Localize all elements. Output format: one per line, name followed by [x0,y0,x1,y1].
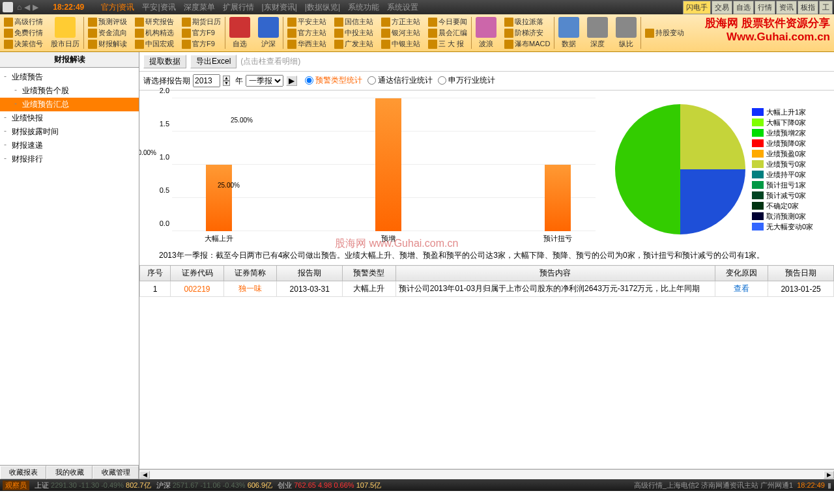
toolbar-item[interactable]: 机构精选 [134,27,175,38]
toolbar-item[interactable]: 中银主站 [380,38,422,49]
col-header[interactable]: 预告内容 [395,266,715,281]
menu-item[interactable]: 扩展行情 [219,3,258,12]
menu-item[interactable]: 官方|资讯 [97,3,138,12]
sidebar-btn[interactable]: 收藏管理 [93,466,139,479]
toolbar-item[interactable]: 研究报告 [134,16,175,27]
menu-item[interactable]: 平安|资讯 [138,3,179,12]
period-select[interactable]: 一季报 [246,75,283,87]
tb-hs[interactable]: 沪深 [254,14,283,51]
col-header[interactable]: 序号 [140,266,171,281]
toolbar-item[interactable]: 官方F9 [180,38,222,49]
radio-opt[interactable]: 申万行业统计 [438,75,495,86]
go-button[interactable]: ▶ [286,76,297,86]
tab-工[interactable]: 工 [819,1,833,14]
year-input[interactable] [193,74,220,87]
legend-swatch [752,129,764,137]
view-link[interactable]: 查看 [715,281,768,297]
tb-data[interactable]: 数据 [554,14,583,51]
toolbar-item[interactable]: 预测评级 [87,16,128,27]
export-button[interactable]: 导出Excel [190,55,237,68]
tree-item[interactable]: 业绩预告个股 [0,84,139,98]
tab-资讯[interactable]: 资讯 [776,1,797,14]
home-icon[interactable]: ⌂ [17,3,22,12]
app-icon[interactable] [3,2,13,12]
toolbar-item[interactable]: 官方F9 [180,27,222,38]
toolbar-item[interactable]: 财报解读 [87,38,128,49]
tab-闪电手[interactable]: 闪电手 [683,1,711,14]
toolbar-item[interactable]: 官方主站 [286,27,328,38]
tab-板指[interactable]: 板指 [798,1,818,14]
toolbar-item[interactable]: 平安主站 [286,16,328,27]
col-header[interactable]: 证券代码 [171,266,224,281]
radio-opt[interactable]: 通达信行业统计 [367,75,433,86]
toolbar-item[interactable]: 中国宏观 [134,38,175,49]
toolbar-item[interactable]: 资金流向 [87,27,128,38]
sidebar-btn[interactable]: 我的收藏 [46,466,93,479]
menu-item[interactable]: 深度菜单 [180,3,219,12]
toolbar-item[interactable]: 决策信号 [3,38,44,49]
toolbar-item[interactable]: 期货日历 [180,16,222,27]
toolbar-item[interactable]: 免费行情 [3,27,44,38]
toolbar-item[interactable]: 瀑布MACD [503,38,551,49]
tb-wave[interactable]: 波浪 [472,14,500,51]
toolbar-item[interactable]: 方正主站 [380,16,422,27]
tb-compare[interactable]: 纵比 [612,14,640,51]
year-up-icon[interactable]: ▲ [223,76,230,81]
tree-item[interactable]: 业绩快报 [0,111,139,125]
tree-item[interactable]: 业绩预告 [0,70,139,84]
col-header[interactable]: 变化原因 [715,266,768,281]
index-ticker[interactable]: 沪深 2571.67 -11.06 -0.43% 606.9亿 [156,481,273,489]
tab-自选[interactable]: 自选 [733,1,754,14]
radio-opt[interactable]: 预警类型统计 [305,75,362,86]
tab-行情[interactable]: 行情 [755,1,775,14]
col-header[interactable]: 证券简称 [223,266,277,281]
index-ticker[interactable]: 上证 2291.30 -11.30 -0.49% 802.7亿 [35,481,151,489]
table-row[interactable]: 1002219独一味2013-03-31大幅上升预计公司2013年01-03月归… [140,281,834,297]
tab-交易[interactable]: 交易 [712,1,732,14]
toolbar-item[interactable]: 高级行情 [3,16,44,27]
h-scrollbar[interactable]: ◀▶ [139,469,834,479]
tb-self[interactable]: 自选 [225,14,254,51]
back-icon[interactable]: ◀ [24,3,30,12]
toolbar-item[interactable]: 晨会汇编 [427,27,468,38]
toolbar-item[interactable]: 阶梯济安 [503,27,551,38]
toolbar-icon [182,29,191,38]
observer-badge[interactable]: 观察员 [3,481,29,490]
bar[interactable] [206,165,232,231]
toolbar-item[interactable]: 中投主站 [333,27,375,38]
legend-item: 业绩预增2家 [752,128,813,138]
bar[interactable] [545,165,571,231]
year-down-icon[interactable]: ▼ [223,81,230,86]
toolbar-item[interactable]: 华西主站 [286,38,328,49]
tb-calendar[interactable]: 股市日历 [47,14,83,51]
tb-holding[interactable]: 持股变动 [644,27,685,38]
menu-item[interactable]: |数据纵览| [301,3,344,12]
menu-item[interactable]: |东财资讯| [258,3,301,12]
toolbar-icon [4,18,13,27]
col-header[interactable]: 报告期 [277,266,343,281]
bar-chart[interactable]: 0.00.51.01.52.0大幅上升预增预计扭亏 [146,94,602,244]
toolbar-icon [287,29,296,38]
tree-item[interactable]: 财报排行 [0,152,139,166]
col-header[interactable]: 预告日期 [768,266,834,281]
status-bar: 观察员 上证 2291.30 -11.30 -0.49% 802.7亿沪深 25… [0,479,834,491]
tree-item[interactable]: 业绩预告汇总 [0,98,139,111]
tb-depth[interactable]: 深度 [583,14,612,51]
toolbar-item[interactable]: 吸拉派落 [503,16,551,27]
tree-item[interactable]: 财报披露时间 [0,125,139,139]
toolbar-item[interactable]: 银河主站 [380,27,422,38]
menu-item[interactable]: 系统功能 [344,3,383,12]
toolbar-item[interactable]: 三 大 报 [427,38,468,49]
col-header[interactable]: 预警类型 [343,266,396,281]
tree-item[interactable]: 财报速递 [0,139,139,152]
forward-icon[interactable]: ▶ [33,3,38,12]
pie-chart[interactable] [615,104,745,234]
bar[interactable] [375,98,401,231]
sidebar-btn[interactable]: 收藏报表 [0,466,46,479]
extract-button[interactable]: 提取数据 [143,55,186,68]
toolbar-item[interactable]: 国信主站 [333,16,375,27]
menu-item[interactable]: 系统设置 [383,3,422,12]
toolbar-item[interactable]: 今日要闻 [427,16,468,27]
toolbar-item[interactable]: 广发主站 [333,38,375,49]
index-ticker[interactable]: 创业 762.65 4.98 0.66% 107.5亿 [278,481,381,489]
